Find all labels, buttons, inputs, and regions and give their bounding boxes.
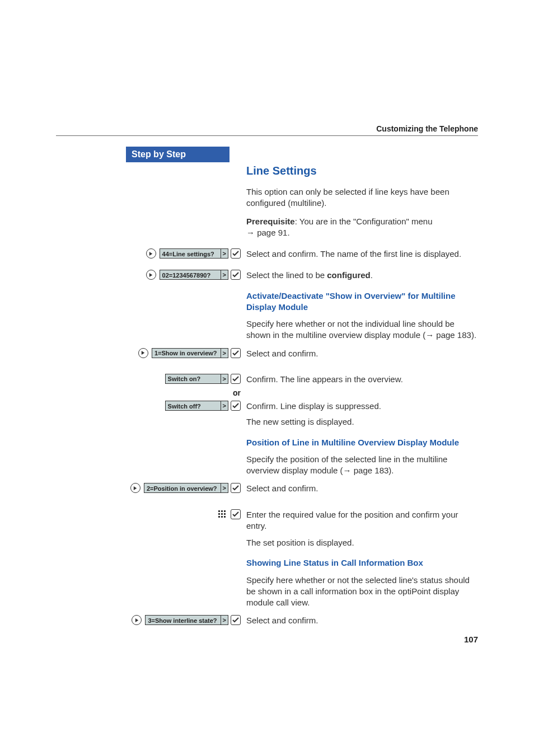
svg-rect-12 [224, 516, 226, 518]
row2-text-b: . [371, 270, 373, 280]
display-label: 44=Line settings? [160, 248, 221, 259]
confirm-button[interactable] [231, 509, 241, 519]
nav-circle-icon [138, 348, 148, 358]
row7b-text: The set position is displayed. [246, 537, 478, 548]
chevron-right-icon: > [221, 401, 228, 411]
nav-circle-icon [146, 248, 156, 259]
chevron-right-icon: > [221, 248, 228, 259]
arrow-icon: → [425, 330, 436, 340]
sub2-paragraph: Specify the position of the selected lin… [246, 454, 478, 477]
row4-text: Confirm. The line appears in the overvie… [246, 374, 478, 385]
display-show-interline-state[interactable]: 3=Show interline state? > [145, 615, 228, 625]
or-label: or [126, 388, 241, 397]
row2-text-a: Select the lined to be [246, 270, 327, 280]
confirm-button[interactable] [231, 483, 241, 493]
row8-text: Select and confirm. [246, 615, 478, 626]
svg-rect-6 [224, 510, 226, 512]
chevron-right-icon: > [221, 615, 228, 625]
chevron-right-icon: > [221, 374, 228, 384]
display-switch-on[interactable]: Switch on? > [165, 374, 228, 384]
svg-rect-11 [221, 516, 223, 518]
svg-rect-10 [218, 516, 220, 518]
row3-text: Select and confirm. [246, 348, 478, 359]
chevron-right-icon: > [221, 348, 228, 358]
prerequisite-rest: : You are in the "Configuration" menu [295, 217, 433, 226]
prerequisite-paragraph: Prerequisite: You are in the "Configurat… [246, 216, 478, 239]
arrow-icon: → [246, 228, 257, 237]
confirm-button[interactable] [231, 374, 241, 384]
display-label: Switch off? [165, 401, 221, 411]
svg-rect-7 [218, 513, 220, 515]
prerequisite-label: Prerequisite [246, 217, 295, 226]
display-label: 2=Position in overview? [144, 483, 221, 493]
confirm-button[interactable] [231, 401, 241, 411]
step-by-step-header: Step by Step [126, 147, 229, 162]
sub2-pageref: page 183). [354, 466, 394, 475]
running-head: Customizing the Telephone [56, 124, 478, 133]
row1-text: Select and confirm. The name of the firs… [246, 248, 478, 260]
chevron-right-icon: > [221, 270, 228, 280]
svg-marker-0 [149, 251, 152, 255]
header-rule [56, 135, 478, 136]
keypad-icon [217, 509, 227, 519]
sub1-paragraph: Specify here whether or not the individu… [246, 318, 478, 341]
svg-rect-9 [224, 513, 226, 515]
display-show-in-overview[interactable]: 1=Show in overview? > [152, 348, 228, 358]
subheading-show-in-overview: Activate/Deactivate "Show in Overview" f… [246, 290, 478, 313]
section-title-line-settings: Line Settings [246, 163, 478, 179]
subheading-line-status: Showing Line Status in Call Information … [246, 557, 478, 569]
svg-marker-2 [142, 351, 144, 355]
prerequisite-pageref: page 91. [257, 228, 289, 237]
sub1-pageref: page 183). [436, 330, 476, 340]
svg-marker-1 [149, 273, 152, 277]
sub1-para-text: Specify here whether or not the individu… [246, 319, 455, 340]
display-label: 02=1234567890? [160, 270, 221, 280]
confirm-button[interactable] [231, 615, 241, 625]
display-switch-off[interactable]: Switch off? > [165, 401, 228, 411]
svg-rect-4 [218, 510, 220, 512]
confirm-button[interactable] [231, 348, 241, 358]
sub3-paragraph: Specify here whether or not the selected… [246, 575, 478, 609]
row5-text: Confirm. Line display is suppressed. [246, 401, 478, 412]
nav-circle-icon [146, 270, 156, 280]
row7-text: Enter the required value for the positio… [246, 509, 478, 532]
svg-marker-13 [135, 618, 138, 622]
display-label: 1=Show in overview? [152, 348, 221, 358]
row6-text: Select and confirm. [246, 483, 478, 494]
arrow-icon: → [343, 466, 354, 475]
row2-bold: configured [327, 270, 371, 280]
confirm-button[interactable] [231, 248, 241, 259]
display-label: Switch on? [165, 374, 221, 384]
row2-text: Select the lined to be configured. [246, 270, 478, 281]
chevron-right-icon: > [221, 483, 228, 493]
nav-circle-icon [132, 615, 142, 625]
svg-rect-8 [221, 513, 223, 515]
display-position-in-overview[interactable]: 2=Position in overview? > [144, 483, 228, 493]
confirm-button[interactable] [231, 270, 241, 280]
display-line-number[interactable]: 02=1234567890? > [160, 270, 228, 280]
nav-circle-icon [130, 483, 140, 493]
intro-paragraph: This option can only be selected if line… [246, 186, 478, 209]
svg-rect-5 [221, 510, 223, 512]
page-number: 107 [464, 635, 478, 644]
display-label: 3=Show interline state? [145, 615, 221, 625]
svg-marker-3 [134, 486, 137, 490]
row5b-text: The new setting is displayed. [246, 416, 478, 428]
display-line-settings[interactable]: 44=Line settings? > [160, 248, 228, 259]
subheading-position: Position of Line in Multiline Overview D… [246, 437, 478, 448]
